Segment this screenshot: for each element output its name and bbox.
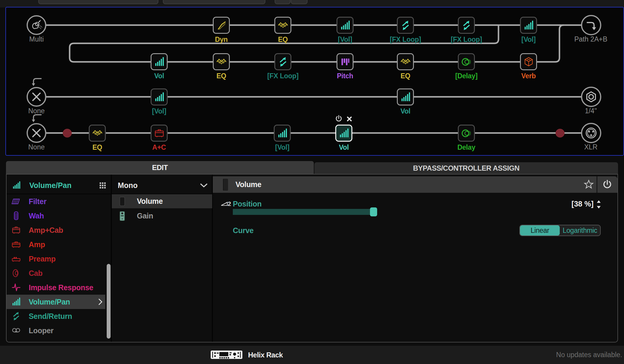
sidebar-item-filter[interactable]: Filter	[7, 194, 105, 209]
sidebar-item-send-return[interactable]: Send/Return	[7, 309, 105, 323]
delete-block-icon[interactable]	[346, 116, 352, 122]
sidebar-item-looper[interactable]: Looper	[7, 323, 105, 338]
favorite-star-icon[interactable]	[583, 179, 594, 190]
eq-icon	[400, 56, 411, 67]
block-vol-selected[interactable]: Vol	[335, 125, 352, 142]
update-status: No updates available.	[556, 346, 622, 364]
xlr-output-icon	[584, 126, 598, 140]
block-delay[interactable]: Delay	[458, 125, 475, 142]
multi-guitar-icon	[29, 18, 44, 32]
top-tab[interactable]	[291, 0, 308, 4]
value-spinner-icon[interactable]	[597, 200, 601, 209]
controller-assign-number: 2	[228, 201, 231, 207]
sidebar-item-amp-cab[interactable]: Amp+Cab	[7, 223, 105, 237]
block-fx-loop[interactable]: [FX Loop]	[274, 53, 291, 70]
gain-pedal-icon	[119, 211, 126, 221]
path1-output[interactable]	[581, 15, 601, 35]
path2a-output-label: 1/4"	[567, 107, 615, 115]
none-input-icon	[30, 127, 42, 139]
path1-input-label: Multi	[13, 35, 60, 43]
pedal-outline-icon	[119, 196, 126, 207]
position-slider-track[interactable]	[233, 209, 370, 215]
drag-handle[interactable]	[223, 179, 228, 191]
chevron-down-icon	[200, 183, 208, 188]
grid-view-icon[interactable]	[99, 181, 107, 189]
position-slider-handle[interactable]	[370, 207, 377, 216]
volume-pan-icon	[11, 297, 21, 307]
block-fx-loop[interactable]: [FX Loop]	[458, 17, 475, 34]
block-pitch[interactable]: Pitch	[337, 53, 354, 70]
amp-icon	[11, 240, 21, 249]
looper-icon	[11, 326, 21, 335]
sidebar-item-wah[interactable]: Wah	[7, 209, 105, 223]
device-name: Helix Rack	[248, 346, 283, 364]
block-delay[interactable]: [Delay]	[458, 53, 475, 70]
position-value[interactable]: [38 %]	[547, 200, 594, 208]
path2a-output[interactable]	[581, 87, 601, 107]
eq-icon	[216, 56, 227, 67]
param-position-label: Position	[233, 200, 261, 208]
curve-option-logarithmic[interactable]: Logarithmic	[560, 225, 600, 235]
sidebar-scrollbar[interactable]	[107, 264, 111, 339]
split-node[interactable]	[63, 129, 72, 137]
pitch-icon	[340, 56, 351, 67]
volume-icon	[277, 128, 288, 139]
reverb-icon	[523, 56, 534, 67]
block-vol[interactable]: [Vol]	[520, 17, 537, 34]
block-eq[interactable]: EQ	[274, 17, 291, 34]
block-fx-loop[interactable]: [FX Loop]	[397, 17, 414, 34]
send-return-icon	[11, 311, 21, 321]
eq-icon	[278, 20, 288, 31]
top-tab-strip	[0, 0, 624, 7]
top-tab[interactable]	[38, 0, 158, 4]
delay-icon	[461, 56, 472, 67]
model-type-value: Mono	[118, 181, 138, 190]
path2b-output-label: XLR	[567, 143, 615, 151]
path2a-input[interactable]	[27, 87, 46, 107]
block-vol[interactable]: Vol	[151, 53, 168, 70]
model-item-gain[interactable]: Gain	[112, 209, 212, 223]
eq-icon	[92, 128, 103, 139]
tab-edit[interactable]: EDIT	[6, 161, 314, 174]
volume-icon	[154, 92, 165, 103]
bypass-toggle-icon[interactable]	[335, 115, 343, 123]
block-amp-cab[interactable]: A+C	[151, 125, 168, 142]
sidebar-item-cab[interactable]: Cab	[7, 266, 105, 280]
block-power-icon[interactable]	[602, 179, 613, 190]
model-type-dropdown[interactable]: Mono	[112, 177, 212, 194]
amp-cab-icon	[11, 225, 21, 235]
volume-icon	[339, 128, 349, 139]
input-routing-arrow-icon	[31, 77, 43, 87]
sidebar-item-impulse-response[interactable]: Impulse Response	[7, 280, 105, 295]
chevron-right-icon	[98, 298, 103, 306]
sidebar-item-volume-pan[interactable]: Volume/Pan	[7, 295, 105, 309]
path1-input[interactable]	[27, 15, 46, 35]
top-tab[interactable]	[275, 0, 290, 4]
sidebar-item-preamp[interactable]: Preamp	[7, 252, 105, 266]
header-separator	[597, 176, 597, 193]
merge-node[interactable]	[556, 129, 565, 137]
category-header[interactable]: Volume/Pan	[7, 177, 105, 194]
path2b-input[interactable]	[27, 123, 46, 143]
volume-pan-icon	[12, 181, 21, 190]
block-vol[interactable]: [Vol]	[151, 88, 168, 105]
top-tab[interactable]	[163, 0, 265, 4]
block-vol[interactable]: Vol	[397, 88, 414, 105]
volume-icon	[523, 20, 534, 31]
block-verb[interactable]: Verb	[520, 53, 537, 70]
block-eq[interactable]: EQ	[213, 53, 230, 70]
block-eq[interactable]: EQ	[397, 53, 414, 70]
sidebar-item-amp[interactable]: Amp	[7, 237, 105, 252]
block-eq[interactable]: EQ	[89, 125, 106, 142]
block-vol[interactable]: [Vol]	[274, 125, 291, 142]
curve-option-linear[interactable]: Linear	[520, 225, 560, 235]
cab-icon	[11, 268, 21, 278]
curve-segmented-control: Linear Logarithmic	[519, 225, 601, 236]
tab-bypass-controller-assign[interactable]: BYPASS/CONTROLLER ASSIGN	[314, 162, 618, 174]
input-routing-arrow-icon	[31, 113, 43, 123]
block-dyn[interactable]: Dyn	[213, 17, 230, 34]
path2b-output[interactable]	[581, 123, 601, 143]
model-item-volume[interactable]: Volume	[112, 194, 212, 208]
block-vol[interactable]: [Vol]	[337, 17, 354, 34]
hx-edit-app: Multi Path 2A+B Dyn EQ [Vol] [FX Loop] […	[0, 0, 624, 364]
